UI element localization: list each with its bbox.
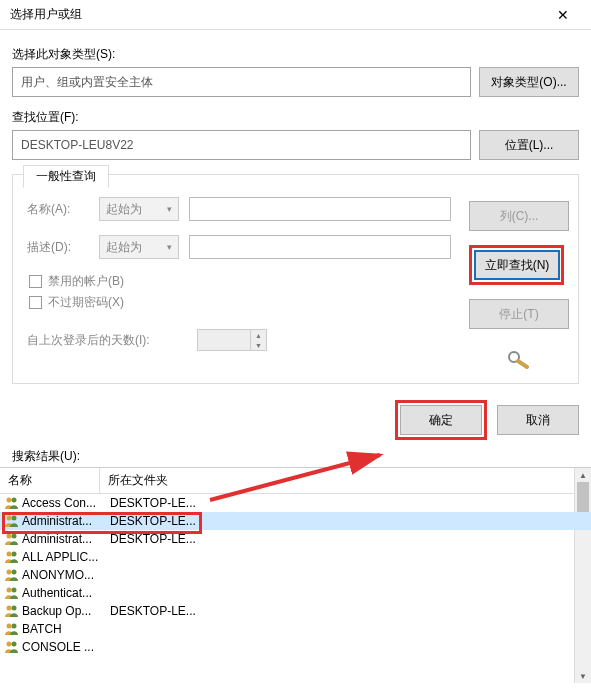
svg-point-11: [12, 570, 17, 575]
disabled-accounts-label: 禁用的帐户(B): [48, 273, 124, 290]
disabled-accounts-checkbox[interactable]: [29, 275, 42, 288]
find-now-button[interactable]: 立即查找(N): [474, 250, 560, 280]
svg-point-9: [12, 552, 17, 557]
row-name: BATCH: [22, 622, 104, 636]
scroll-up-icon[interactable]: ▲: [575, 468, 591, 482]
group-icon: [4, 640, 20, 654]
row-folder: DESKTOP-LE...: [104, 496, 200, 510]
nonexpiring-pwd-checkbox[interactable]: [29, 296, 42, 309]
table-row[interactable]: ANONYMO...: [0, 566, 591, 584]
table-row[interactable]: CONSOLE ...: [0, 638, 591, 656]
table-row[interactable]: ALL APPLIC...: [0, 548, 591, 566]
days-since-login-stepper[interactable]: ▲ ▼: [197, 329, 267, 351]
stop-button[interactable]: 停止(T): [469, 299, 569, 329]
svg-point-14: [7, 606, 12, 611]
from-location-label: 查找位置(F):: [12, 109, 579, 126]
table-row[interactable]: Administrat...DESKTOP-LE...: [0, 530, 591, 548]
group-icon: [4, 532, 20, 546]
svg-point-15: [12, 606, 17, 611]
svg-point-4: [7, 516, 12, 521]
table-row[interactable]: BATCH: [0, 620, 591, 638]
svg-point-2: [7, 498, 12, 503]
svg-point-5: [12, 516, 17, 521]
group-icon: [4, 568, 20, 582]
scroll-down-icon[interactable]: ▼: [575, 669, 591, 683]
name-label: 名称(A):: [27, 201, 89, 218]
column-header-folder[interactable]: 所在文件夹: [100, 468, 591, 493]
svg-point-12: [7, 588, 12, 593]
row-name: Backup Op...: [22, 604, 104, 618]
desc-match-value: 起始为: [106, 239, 142, 256]
nonexpiring-pwd-label: 不过期密码(X): [48, 294, 124, 311]
table-row[interactable]: Administrat...DESKTOP-LE...: [0, 512, 591, 530]
stepper-down-icon[interactable]: ▼: [250, 340, 266, 350]
group-icon: [4, 550, 20, 564]
object-types-button[interactable]: 对象类型(O)...: [479, 67, 579, 97]
dialog-title: 选择用户或组: [10, 6, 82, 23]
object-type-field[interactable]: 用户、组或内置安全主体: [12, 67, 471, 97]
table-row[interactable]: Backup Op...DESKTOP-LE...: [0, 602, 591, 620]
svg-point-19: [12, 642, 17, 647]
name-input[interactable]: [189, 197, 451, 221]
search-results-label: 搜索结果(U):: [12, 448, 591, 465]
column-header-name[interactable]: 名称: [0, 468, 100, 493]
svg-point-7: [12, 534, 17, 539]
group-icon: [4, 604, 20, 618]
svg-point-16: [7, 624, 12, 629]
columns-button[interactable]: 列(C)...: [469, 201, 569, 231]
row-folder: DESKTOP-LE...: [104, 604, 200, 618]
row-name: Administrat...: [22, 514, 104, 528]
row-name: Administrat...: [22, 532, 104, 546]
svg-point-18: [7, 642, 12, 647]
row-name: Authenticat...: [22, 586, 104, 600]
location-field[interactable]: DESKTOP-LEU8V22: [12, 130, 471, 160]
close-button[interactable]: ✕: [543, 1, 583, 29]
tab-general-query[interactable]: 一般性查询: [23, 165, 109, 188]
svg-line-1: [518, 361, 527, 367]
table-row[interactable]: Access Con...DESKTOP-LE...: [0, 494, 591, 512]
row-folder: DESKTOP-LE...: [104, 532, 200, 546]
group-icon: [4, 586, 20, 600]
search-icon: [505, 349, 529, 369]
svg-point-17: [12, 624, 17, 629]
cancel-button[interactable]: 取消: [497, 405, 579, 435]
stepper-up-icon[interactable]: ▲: [250, 330, 266, 340]
svg-point-8: [7, 552, 12, 557]
svg-point-6: [7, 534, 12, 539]
table-row[interactable]: Authenticat...: [0, 584, 591, 602]
chevron-down-icon: ▾: [167, 204, 172, 214]
svg-point-10: [7, 570, 12, 575]
desc-label: 描述(D):: [27, 239, 89, 256]
desc-match-combo[interactable]: 起始为 ▾: [99, 235, 179, 259]
row-folder: DESKTOP-LE...: [104, 514, 200, 528]
locations-button[interactable]: 位置(L)...: [479, 130, 579, 160]
row-name: Access Con...: [22, 496, 104, 510]
object-type-label: 选择此对象类型(S):: [12, 46, 579, 63]
ok-button[interactable]: 确定: [400, 405, 482, 435]
svg-point-13: [12, 588, 17, 593]
svg-point-3: [12, 498, 17, 503]
days-since-login-label: 自上次登录后的天数(I):: [27, 332, 187, 349]
row-name: ALL APPLIC...: [22, 550, 104, 564]
row-name: CONSOLE ...: [22, 640, 104, 654]
chevron-down-icon: ▾: [167, 242, 172, 252]
group-icon: [4, 622, 20, 636]
row-name: ANONYMO...: [22, 568, 104, 582]
desc-input[interactable]: [189, 235, 451, 259]
group-icon: [4, 496, 20, 510]
name-match-value: 起始为: [106, 201, 142, 218]
group-icon: [4, 514, 20, 528]
name-match-combo[interactable]: 起始为 ▾: [99, 197, 179, 221]
